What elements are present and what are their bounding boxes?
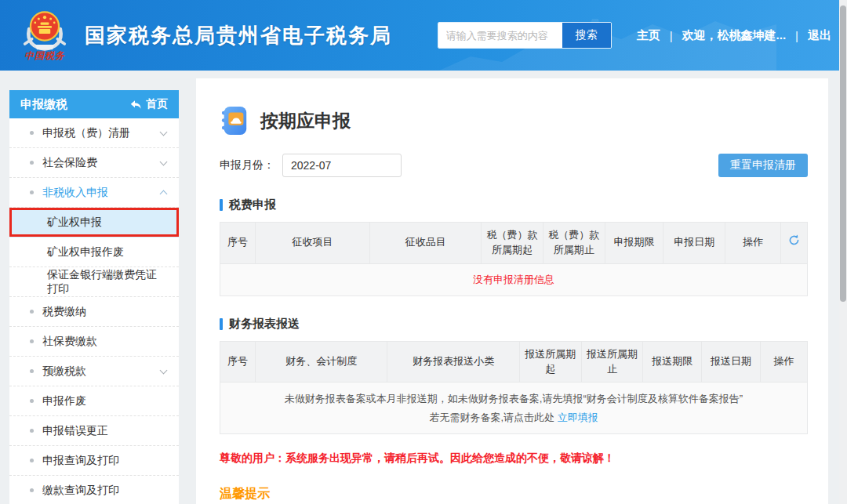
sidebar-item-label: 非税收入申报	[42, 186, 108, 200]
column-header: 序号	[220, 341, 256, 383]
sidebar-item-label: 申报查询及打印	[42, 454, 119, 468]
chevron-down-icon	[160, 366, 168, 374]
sidebar-item[interactable]: 申报查询及打印	[9, 446, 179, 476]
bullet-dot	[30, 190, 34, 194]
tax-section-label: 税费申报	[229, 198, 276, 212]
logout-link[interactable]: 退出	[808, 28, 831, 43]
fill-now-link[interactable]: 立即填报	[558, 412, 598, 423]
finance-notice-line2: 若无需财务备案,请点击此处 立即填报	[225, 408, 802, 426]
sidebar-item-label: 税费缴纳	[42, 305, 86, 319]
sidebar-item[interactable]: 税费缴纳	[9, 297, 179, 327]
report-notebook-icon	[220, 105, 249, 136]
header-links: 主页 | 欢迎，松桃鑫坤建... | 退出	[637, 28, 831, 43]
finance-report-table: 序号财务、会计制度财务报表报送小类报送所属期起报送所属期止报送期限报送日期操作 …	[220, 341, 808, 434]
bullet-dot	[30, 399, 34, 403]
declare-month-input[interactable]	[282, 154, 402, 177]
sidebar-item-label: 申报税（费）清册	[42, 126, 130, 140]
reset-declaration-button[interactable]: 重置申报清册	[718, 154, 808, 177]
finance-section-title: 财务报表报送	[220, 317, 808, 332]
column-header: 报送所属期起	[519, 341, 581, 383]
app-header: 中国税务 国家税务总局贵州省电子税务局 搜索 主页 | 欢迎，松桃鑫坤建... …	[0, 0, 847, 71]
back-arrow-icon	[130, 100, 142, 110]
bullet-dot	[30, 429, 34, 433]
sidebar-item-label: 申报错误更正	[42, 424, 108, 438]
column-header: 税（费）款所属期起	[482, 223, 543, 264]
sidebar-item[interactable]: 矿业权申报作废	[9, 237, 179, 267]
sidebar-item[interactable]: 申报错误更正	[9, 416, 179, 446]
sidebar-item[interactable]: 矿业权申报	[9, 208, 179, 237]
tax-declaration-table: 序号征收项目征收品目税（费）款所属期起税（费）款所属期止申报期限申报日期操作 没…	[220, 222, 808, 296]
sidebar-item[interactable]: 缴款查询及打印	[9, 476, 179, 504]
column-header: 税（费）款所属期止	[543, 223, 605, 264]
table-row: 没有申报清册信息	[220, 263, 808, 296]
search-button[interactable]: 搜索	[562, 23, 611, 48]
column-header: 财务报表报送小类	[387, 341, 520, 383]
finance-notice-cell: 未做财务报表备案或本月非报送期，如未做财务报表备案,请先填报“财务会计制度及核算…	[220, 383, 808, 434]
bullet-dot	[30, 459, 34, 462]
refresh-column-header	[781, 223, 808, 264]
section-marker	[220, 199, 223, 211]
column-header: 申报期限	[605, 223, 663, 264]
sidebar-menu: 申报税（费）清册社会保险费非税收入申报矿业权申报矿业权申报作废保证金银行端缴费凭…	[9, 118, 179, 504]
welcome-text: 欢迎，松桃鑫坤建...	[682, 28, 787, 43]
column-header: 序号	[220, 223, 256, 264]
sidebar-item-label: 申报作废	[42, 394, 86, 408]
sidebar: 申报缴税 首页 申报税（费）清册社会保险费非税收入申报矿业权申报矿业权申报作废保…	[9, 90, 179, 504]
finance-section-label: 财务报表报送	[229, 317, 300, 332]
sidebar-item-label: 社保费缴款	[42, 335, 97, 349]
column-header: 征收品目	[369, 223, 481, 264]
page-title: 按期应申报	[260, 109, 351, 133]
app-title: 国家税务总局贵州省电子税务局	[85, 22, 392, 49]
sidebar-header: 申报缴税 首页	[9, 90, 179, 118]
chevron-up-icon	[160, 190, 168, 198]
column-header: 操作	[725, 223, 781, 264]
sidebar-item-label: 矿业权申报作废	[47, 245, 124, 259]
sidebar-item[interactable]: 社保费缴款	[9, 327, 179, 357]
chevron-down-icon	[160, 158, 168, 165]
sidebar-item[interactable]: 保证金银行端缴费凭证打印	[9, 267, 179, 297]
scrollbar-track[interactable]	[839, 0, 847, 504]
sidebar-home-link[interactable]: 首页	[130, 97, 168, 111]
section-marker	[220, 318, 223, 330]
sidebar-item-label: 预缴税款	[42, 364, 86, 379]
month-label: 申报月份：	[220, 158, 274, 172]
system-error-message: 尊敬的用户：系统服务出现异常，请稍后再试。因此给您造成的不便，敬请谅解！	[220, 451, 808, 466]
home-link[interactable]: 主页	[637, 28, 660, 43]
page-root: 中国税务 国家税务总局贵州省电子税务局 搜索 主页 | 欢迎，松桃鑫坤建... …	[0, 0, 847, 504]
bullet-dot	[30, 131, 34, 135]
column-header: 报送期限	[643, 341, 702, 383]
search-input[interactable]	[438, 23, 562, 48]
empty-table-message: 没有申报清册信息	[220, 263, 808, 296]
bullet-dot	[30, 310, 34, 314]
month-row: 申报月份： 重置申报清册	[220, 154, 808, 177]
table-row: 未做财务报表备案或本月非报送期，如未做财务报表备案,请先填报“财务会计制度及核算…	[220, 383, 808, 434]
sidebar-title: 申报缴税	[20, 97, 67, 112]
column-header: 财务、会计制度	[255, 341, 387, 383]
bullet-dot	[30, 161, 34, 165]
sidebar-item[interactable]: 预缴税款	[9, 357, 179, 386]
column-header: 操作	[761, 341, 808, 383]
bullet-dot	[30, 488, 34, 492]
refresh-icon[interactable]	[788, 234, 800, 251]
tax-emblem-icon	[22, 8, 67, 52]
scrollbar-thumb[interactable]	[840, 5, 846, 302]
tax-section-title: 税费申报	[220, 198, 808, 212]
sidebar-item[interactable]: 申报作废	[9, 386, 179, 416]
bullet-dot	[30, 339, 34, 343]
chevron-down-icon	[160, 128, 168, 136]
finance-notice-line1: 未做财务报表备案或本月非报送期，如未做财务报表备案,请先填报“财务会计制度及核算…	[225, 390, 802, 408]
divider: |	[670, 29, 673, 42]
sidebar-item-label: 矿业权申报	[47, 216, 102, 230]
main-panel: 按期应申报 申报月份： 重置申报清册 税费申报 序号征收项目征收品目税（费）款所…	[196, 78, 828, 504]
bullet-dot	[30, 369, 34, 373]
sidebar-item[interactable]: 社会保险费	[9, 148, 179, 178]
column-header: 报送所属期止	[581, 341, 643, 383]
sidebar-item[interactable]: 申报税（费）清册	[9, 118, 179, 148]
sidebar-item[interactable]: 非税收入申报	[9, 178, 179, 208]
column-header: 征收项目	[255, 223, 369, 264]
divider: |	[795, 29, 798, 42]
sidebar-item-label: 社会保险费	[42, 156, 97, 170]
logo-caption: 中国税务	[24, 49, 65, 63]
column-header: 报送日期	[702, 341, 761, 383]
column-header: 申报日期	[663, 223, 725, 264]
